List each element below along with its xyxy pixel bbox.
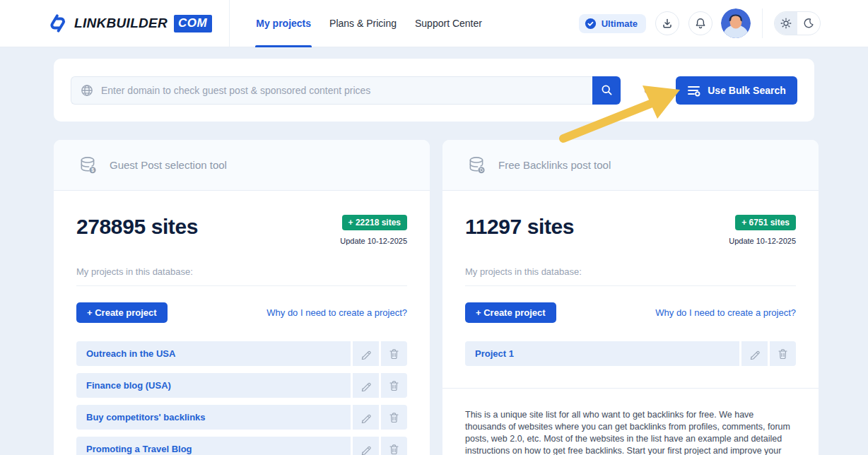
header-divider [229,0,230,47]
plan-badge-label: Ultimate [602,18,638,29]
free-backlinks-card: Free Backlinks post tool 11297 sites + 6… [442,140,819,455]
dark-mode-option[interactable] [797,12,820,35]
globe-icon [81,84,93,97]
pencil-icon [360,348,372,360]
pencil-icon [749,348,761,360]
guest-post-card: $ Guest Post selection tool 278895 sites… [54,140,430,455]
divider [442,388,819,389]
sites-count: 11297 sites [465,215,574,239]
project-row: Promoting a Travel Blog [76,437,407,455]
nav-plans-pricing[interactable]: Plans & Pricing [320,0,406,47]
plan-badge[interactable]: Ultimate [579,14,646,33]
svg-text:$: $ [91,167,94,173]
sites-count: 278895 sites [76,215,198,239]
create-project-button[interactable]: + Create project [76,302,168,323]
trash-icon [389,412,399,423]
database-refresh-icon [468,156,486,174]
light-mode-option[interactable] [775,12,797,35]
linkbuilder-logo-icon [48,13,68,34]
edit-project-button[interactable] [353,405,379,430]
domain-search-input[interactable] [101,85,583,96]
why-create-project-link[interactable]: Why do I need to create a project? [655,307,796,318]
project-link[interactable]: Finance blog (USA) [76,373,351,398]
edit-project-button[interactable] [353,437,379,455]
guest-post-card-body: 278895 sites + 22218 sites Update 10-12-… [54,215,430,455]
domain-search-field[interactable] [71,76,592,105]
card-title: Guest Post selection tool [110,159,227,171]
tool-cards: $ Guest Post selection tool 278895 sites… [54,140,819,455]
free-backlinks-description: This is a unique site list for all who w… [465,409,796,455]
projects-label: My projects in this database: [465,266,796,277]
project-link[interactable]: Project 1 [465,341,739,366]
edit-project-button[interactable] [353,373,379,398]
project-list: Outreach in the USA Finance blog (USA) [76,341,407,455]
trash-icon [389,444,399,455]
project-row: Buy competitors' backlinks [76,405,407,430]
logo-badge: COM [174,15,212,32]
guest-post-card-header: $ Guest Post selection tool [54,140,430,191]
project-row: Project 1 [465,341,796,366]
delete-project-button[interactable] [381,405,407,430]
project-row: Outreach in the USA [76,341,407,366]
use-bulk-search-button[interactable]: Use Bulk Search [676,76,797,105]
bell-icon [695,18,706,29]
search-button[interactable] [592,76,621,105]
pencil-icon [360,380,372,391]
delete-project-button[interactable] [381,373,407,398]
delete-project-button[interactable] [770,341,796,366]
project-link[interactable]: Promoting a Travel Blog [76,437,351,455]
free-backlinks-card-body: 11297 sites + 6751 sites Update 10-12-20… [442,215,819,455]
avatar-illustration [721,8,751,38]
search-icon [601,84,613,96]
bulk-list-icon [687,84,700,97]
header-divider-2 [762,8,763,38]
theme-toggle[interactable] [774,11,821,35]
trash-icon [389,380,399,391]
edit-project-button[interactable] [741,341,768,366]
logo-text: LINKBUILDER [74,16,168,31]
projects-label: My projects in this database: [76,266,407,277]
sun-icon [780,18,792,29]
divider [465,285,796,286]
moon-icon [803,18,814,29]
update-date: Update 10-12-2025 [729,237,796,245]
download-button[interactable] [655,11,679,35]
sites-added-badge: + 22218 sites [342,215,407,230]
avatar[interactable] [721,8,751,38]
trash-icon [389,348,399,360]
project-link[interactable]: Outreach in the USA [76,341,351,366]
download-icon [662,18,673,29]
pencil-icon [360,412,372,423]
create-project-button[interactable]: + Create project [465,302,556,323]
top-header: LINKBUILDER COM My projects Plans & Pric… [0,0,868,47]
delete-project-button[interactable] [381,437,407,455]
project-link[interactable]: Buy competitors' backlinks [76,405,351,430]
free-backlinks-card-header: Free Backlinks post tool [442,140,819,191]
project-row: Finance blog (USA) [76,373,407,398]
trash-icon [778,348,788,360]
update-date: Update 10-12-2025 [340,237,407,245]
domain-search-panel: or Use Bulk Search [54,59,814,122]
database-dollar-icon: $ [79,156,98,174]
project-list: Project 1 [465,341,796,366]
main-nav: My projects Plans & Pricing Support Cent… [247,0,491,47]
or-label: or [644,85,652,95]
divider [76,285,407,286]
why-create-project-link[interactable]: Why do I need to create a project? [266,307,407,318]
bulk-search-label: Use Bulk Search [708,85,786,96]
delete-project-button[interactable] [381,341,407,366]
nav-my-projects[interactable]: My projects [247,0,320,47]
nav-support-center[interactable]: Support Center [406,0,491,47]
card-title: Free Backlinks post tool [498,159,611,171]
notifications-button[interactable] [688,11,712,35]
edit-project-button[interactable] [353,341,379,366]
header-right: Ultimate [579,8,821,38]
logo[interactable]: LINKBUILDER COM [48,13,212,34]
verified-seal-icon [585,18,597,30]
sites-added-badge: + 6751 sites [735,215,796,230]
pencil-icon [360,444,372,455]
